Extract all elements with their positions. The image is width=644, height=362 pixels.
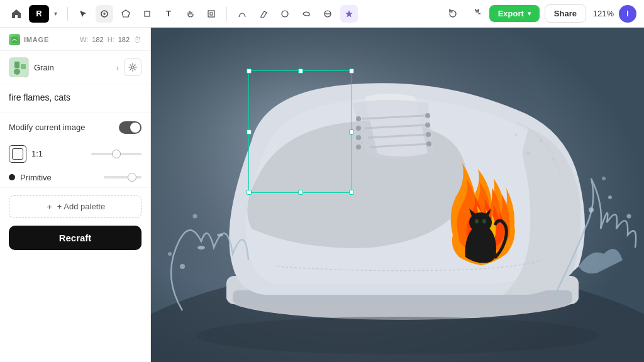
- add-palette-icon: ＋: [45, 201, 53, 212]
- svg-point-46: [526, 151, 530, 155]
- add-palette-label: + Add palette: [57, 202, 105, 211]
- pen-tool[interactable]: [96, 5, 113, 23]
- svg-point-40: [168, 252, 172, 256]
- svg-point-36: [482, 219, 486, 224]
- divider-1: [67, 7, 68, 21]
- ratio-box-icon: [9, 145, 26, 163]
- svg-point-30: [426, 132, 431, 137]
- zoom-level: 121%: [591, 9, 614, 18]
- toolbar: R ▾ T: [0, 0, 644, 28]
- primitive-slider-thumb[interactable]: [128, 173, 136, 182]
- select-tool[interactable]: [74, 5, 92, 23]
- svg-point-31: [426, 141, 431, 146]
- svg-point-38: [217, 234, 223, 237]
- width-value: 182: [92, 36, 103, 43]
- panel-header: IMAGE W: 182 H: 182 ⏱: [0, 28, 150, 51]
- svg-point-24: [356, 116, 361, 121]
- svg-point-35: [475, 219, 479, 224]
- main-area: IMAGE W: 182 H: 182 ⏱ Grain ›: [0, 28, 644, 362]
- share-button[interactable]: Share: [545, 4, 586, 23]
- brand-arrow: ▾: [54, 10, 57, 17]
- svg-point-27: [356, 145, 361, 150]
- side-panel: IMAGE W: 182 H: 182 ⏱ Grain ›: [0, 28, 151, 362]
- svg-rect-4: [210, 13, 213, 15]
- svg-point-49: [514, 133, 517, 136]
- recraft-button[interactable]: Recraft: [9, 226, 142, 250]
- svg-point-43: [608, 195, 612, 199]
- redo-button[interactable]: [467, 5, 484, 23]
- svg-rect-11: [21, 64, 26, 69]
- add-palette-button[interactable]: ＋ + Add palette: [9, 195, 142, 218]
- panel-dims: W: 182 H: 182 ⏱: [80, 35, 142, 45]
- svg-point-41: [193, 214, 197, 219]
- lasso-tool[interactable]: [117, 5, 135, 23]
- primitive-dot-icon: [9, 174, 15, 180]
- primitive-slider[interactable]: [104, 176, 142, 178]
- svg-point-39: [180, 264, 185, 269]
- svg-point-42: [589, 207, 594, 212]
- bezier-tool[interactable]: [233, 5, 251, 23]
- export-arrow-icon: ▾: [528, 10, 531, 17]
- width-label: W:: [80, 36, 88, 43]
- ai-tool[interactable]: [340, 5, 358, 23]
- height-value: 182: [118, 36, 130, 43]
- history-icon[interactable]: ⏱: [133, 35, 142, 45]
- type-tool[interactable]: T: [160, 5, 177, 23]
- svg-rect-3: [208, 11, 214, 17]
- height-label: H:: [108, 36, 114, 43]
- svg-point-12: [14, 69, 20, 75]
- modify-label: Modify current image: [9, 123, 85, 132]
- svg-rect-10: [14, 62, 19, 68]
- ratio-slider[interactable]: [91, 153, 142, 155]
- svg-point-37: [197, 246, 205, 250]
- primitive-label: Primitive: [20, 173, 99, 182]
- svg-point-13: [131, 66, 134, 69]
- svg-point-26: [356, 135, 361, 140]
- brand-logo[interactable]: R: [29, 5, 49, 23]
- toolbar-right: Export ▾ Share 121% I: [444, 4, 636, 23]
- panel-type-icon: [9, 34, 20, 45]
- primitive-row: Primitive: [0, 168, 150, 188]
- svg-point-29: [425, 123, 430, 128]
- crop-tool[interactable]: [138, 5, 156, 23]
- blend-tool[interactable]: [297, 5, 315, 23]
- svg-rect-2: [145, 11, 150, 16]
- eraser-tool[interactable]: [255, 5, 272, 23]
- ratio-slider-thumb[interactable]: [112, 150, 121, 158]
- modify-toggle-row: Modify current image: [0, 112, 150, 140]
- panel-section-label: IMAGE: [24, 36, 49, 43]
- svg-marker-1: [122, 10, 130, 17]
- prompt-area[interactable]: fire flames, cats: [0, 84, 150, 112]
- svg-point-28: [425, 113, 430, 118]
- style-thumbnail: [9, 57, 29, 77]
- canvas-area[interactable]: [151, 28, 644, 362]
- ratio-inner-icon: [12, 148, 23, 160]
- svg-point-50: [196, 317, 599, 354]
- prompt-text: fire flames, cats: [9, 92, 70, 102]
- shape-tool[interactable]: [276, 5, 294, 23]
- svg-point-5: [282, 11, 288, 17]
- home-button[interactable]: [8, 5, 25, 23]
- frame-tool[interactable]: [203, 5, 220, 23]
- divider-2: [226, 7, 227, 21]
- export-button[interactable]: Export ▾: [489, 5, 540, 22]
- ratio-label: 1:1: [31, 149, 86, 158]
- svg-point-25: [356, 126, 361, 131]
- user-avatar[interactable]: I: [619, 5, 636, 23]
- canvas-image: [151, 28, 644, 362]
- style-arrow-icon: ›: [116, 63, 119, 72]
- undo-button[interactable]: [444, 5, 462, 23]
- style-row[interactable]: Grain ›: [0, 51, 150, 84]
- svg-point-45: [602, 177, 606, 180]
- svg-point-48: [552, 158, 555, 161]
- svg-point-44: [627, 214, 631, 219]
- style-settings-button[interactable]: [124, 58, 142, 76]
- style-name: Grain: [34, 63, 111, 72]
- panel-header-left: IMAGE: [9, 34, 49, 45]
- hand-tool[interactable]: [181, 5, 199, 23]
- svg-point-47: [540, 140, 543, 143]
- modify-toggle[interactable]: [119, 121, 142, 134]
- ratio-row: 1:1: [0, 140, 150, 168]
- mask-tool[interactable]: [319, 5, 336, 23]
